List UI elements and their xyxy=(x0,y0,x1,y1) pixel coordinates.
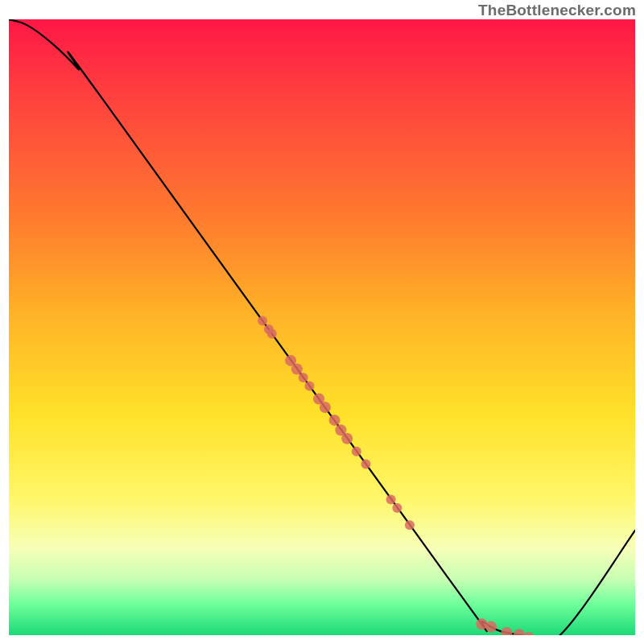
data-marker xyxy=(386,495,396,505)
plot-area xyxy=(9,19,635,635)
data-marker xyxy=(502,627,513,635)
marker-group xyxy=(258,316,535,635)
data-marker xyxy=(405,520,415,530)
chart-container: TheBottlenecker.com xyxy=(0,0,644,644)
data-marker xyxy=(352,447,361,456)
data-marker xyxy=(485,621,497,633)
data-marker xyxy=(361,460,370,469)
watermark-text: TheBottlenecker.com xyxy=(478,2,636,19)
bottleneck-curve xyxy=(9,19,635,635)
data-marker xyxy=(258,316,267,326)
data-marker xyxy=(392,503,402,513)
data-marker xyxy=(341,433,353,444)
data-marker xyxy=(291,363,303,374)
data-marker xyxy=(304,382,314,391)
data-marker xyxy=(299,373,308,382)
data-marker xyxy=(267,328,277,338)
data-marker xyxy=(320,402,331,413)
data-marker xyxy=(523,632,535,635)
data-marker xyxy=(514,629,525,635)
data-marker xyxy=(329,415,341,426)
chart-svg xyxy=(9,19,635,635)
